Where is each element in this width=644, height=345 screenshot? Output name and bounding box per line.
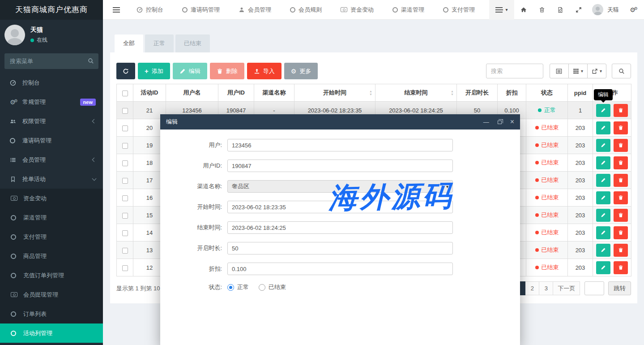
row-edit-button[interactable] [596, 261, 610, 274]
row-checkbox[interactable] [122, 213, 128, 219]
row-delete-button[interactable] [614, 226, 628, 239]
row-checkbox[interactable] [122, 143, 128, 149]
tab-全部[interactable]: 全部 [115, 34, 143, 52]
tab-正常[interactable]: 正常 [145, 34, 174, 52]
sidebar-subitem-充值订单列管理[interactable]: 充值订单列管理 [0, 266, 103, 285]
topnav-item-会员规则[interactable]: 会员规则 [281, 0, 331, 20]
row-checkbox[interactable] [122, 125, 128, 131]
row-checkbox[interactable] [122, 195, 128, 201]
row-edit-button[interactable] [596, 121, 610, 134]
topnav-item-控制台[interactable]: 控制台 [127, 0, 173, 20]
row-delete-button[interactable] [614, 261, 628, 274]
row-edit-button[interactable] [596, 139, 610, 152]
field-label: 用户: [160, 141, 227, 149]
refresh-button[interactable] [116, 63, 135, 79]
field-input[interactable] [227, 201, 453, 213]
sort-arrows-icon[interactable]: ▲▼ [451, 90, 454, 96]
home-button[interactable] [514, 0, 533, 20]
settings-button[interactable]: ⚙⚙ [623, 0, 644, 20]
channel-select[interactable]: 奢品区▾ [227, 180, 453, 193]
topnav-item-邀请码管理[interactable]: 邀请码管理 [173, 0, 229, 20]
more-button[interactable]: ⚙更多 [284, 63, 318, 79]
fullscreen-button[interactable] [569, 0, 588, 20]
column-header: 开启时长 [457, 84, 498, 102]
sidebar-subitem-商品管理[interactable]: 商品管理 [0, 246, 103, 266]
sidebar-item-会员管理[interactable]: 会员管理 [0, 150, 103, 169]
sidebar-toggle-button[interactable] [103, 9, 127, 10]
row-delete-button[interactable] [614, 174, 628, 187]
row-checkbox[interactable] [122, 248, 128, 254]
field-input[interactable] [227, 139, 453, 151]
page-jump-input[interactable] [584, 281, 604, 295]
row-edit-button[interactable] [596, 209, 610, 222]
status-radio-option[interactable]: 已结束 [259, 283, 286, 291]
delete-button[interactable]: 删除 [210, 63, 244, 79]
row-edit-button[interactable] [596, 174, 610, 187]
close-button[interactable]: × [510, 118, 514, 125]
row-checkbox[interactable] [122, 108, 128, 114]
tab-已结束[interactable]: 已结束 [175, 34, 210, 52]
field-input[interactable] [227, 221, 453, 234]
sidebar-subitem-支付管理[interactable]: 支付管理 [0, 227, 103, 246]
row-checkbox[interactable] [122, 265, 128, 271]
page-button-2[interactable]: 2 [525, 281, 539, 295]
sidebar-subitem-会员提现管理[interactable]: 会员提现管理 [0, 285, 103, 304]
export-button[interactable]: ▾ [587, 64, 606, 78]
row-delete-button[interactable] [614, 139, 628, 152]
row-delete-button[interactable] [614, 209, 628, 222]
row-delete-button[interactable] [614, 244, 628, 257]
row-edit-button[interactable] [596, 226, 610, 239]
table-search-input[interactable] [486, 64, 543, 78]
add-button[interactable]: +添加 [138, 63, 170, 79]
dialog-titlebar[interactable]: 编辑 — × [160, 114, 520, 129]
field-input[interactable] [227, 160, 453, 172]
search-button[interactable] [612, 64, 631, 78]
topbar-menu-dropdown[interactable]: ▾ [489, 0, 514, 20]
field-input[interactable] [227, 263, 453, 275]
sidebar-subitem-活动列管理[interactable]: 活动列管理 [0, 323, 103, 343]
row-delete-button[interactable] [614, 156, 628, 169]
edit-button[interactable]: 编辑 [173, 63, 207, 79]
sidebar-item-常规管理[interactable]: ⚙⚙ 常规管理 new [0, 92, 103, 112]
radio-icon [227, 284, 234, 291]
detail-view-button[interactable] [550, 64, 569, 78]
sort-arrows-icon[interactable]: ▲▼ [369, 90, 372, 96]
row-delete-button[interactable] [614, 104, 628, 117]
select-all-checkbox[interactable] [122, 91, 128, 96]
sidebar-item-抢单活动[interactable]: 抢单活动 [0, 169, 103, 189]
row-checkbox[interactable] [122, 160, 128, 166]
sidebar-item-邀请码管理[interactable]: 邀请码管理 [0, 131, 103, 150]
topnav-item-渠道管理[interactable]: 渠道管理 [383, 0, 434, 20]
sidebar-item-权限管理[interactable]: 权限管理 [0, 112, 103, 131]
columns-button[interactable]: ▾ [568, 64, 588, 78]
import-button[interactable]: 导入 [247, 63, 281, 79]
row-edit-button[interactable] [596, 104, 610, 117]
maximize-button[interactable] [498, 120, 502, 124]
topnav-item-资金变动[interactable]: 资金变动 [331, 0, 383, 20]
topnav-item-会员管理[interactable]: 会员管理 [229, 0, 281, 20]
row-checkbox[interactable] [122, 230, 128, 236]
topnav-item-支付管理[interactable]: 支付管理 [434, 0, 484, 20]
sidebar-subitem-订单列表[interactable]: 订单列表 [0, 304, 103, 323]
status-radio-option[interactable]: 正常 [227, 283, 249, 291]
row-delete-button[interactable] [614, 191, 628, 204]
sidebar-search-input[interactable] [4, 53, 98, 69]
column-header[interactable]: 开始时间▲▼ [294, 84, 375, 102]
row-edit-button[interactable] [596, 156, 610, 169]
sidebar-item-控制台[interactable]: 控制台 [0, 73, 103, 92]
row-edit-button[interactable] [596, 191, 610, 204]
row-checkbox[interactable] [122, 178, 128, 184]
field-input[interactable] [227, 242, 453, 254]
clear-button[interactable] [533, 0, 551, 20]
row-delete-button[interactable] [614, 121, 628, 134]
page-button-3[interactable]: 3 [539, 281, 553, 295]
column-header[interactable]: 结束时间▲▼ [375, 84, 457, 102]
refresh-page-button[interactable] [551, 0, 569, 20]
row-edit-button[interactable] [596, 244, 610, 257]
sidebar-subitem-资金变动[interactable]: 资金变动 [0, 189, 103, 208]
next-page-button[interactable]: 下一页 [553, 281, 580, 295]
user-menu[interactable]: 天猫 [588, 4, 623, 15]
minimize-button[interactable]: — [483, 119, 489, 125]
sidebar-subitem-渠道管理[interactable]: 渠道管理 [0, 208, 103, 227]
page-jump-button[interactable]: 跳转 [608, 281, 631, 295]
